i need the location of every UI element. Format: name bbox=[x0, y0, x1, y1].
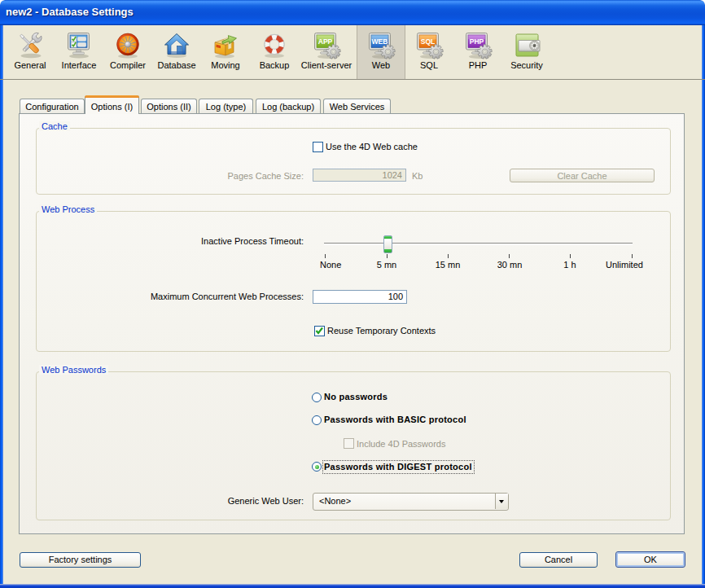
svg-text:PHP: PHP bbox=[470, 37, 484, 46]
svg-text:APP: APP bbox=[318, 37, 333, 46]
svg-text:SQL: SQL bbox=[421, 37, 435, 46]
svg-text:WEB: WEB bbox=[372, 37, 388, 46]
